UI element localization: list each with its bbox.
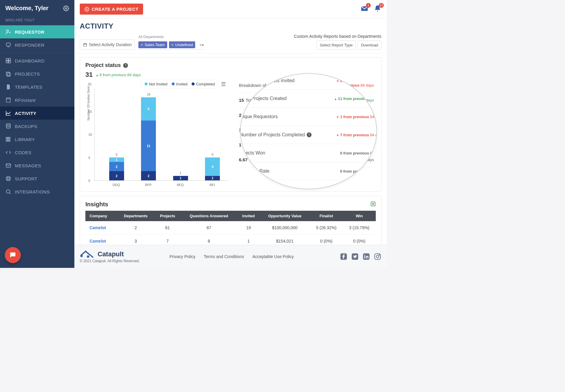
filters-row: Select Activity Duration All Departments… xyxy=(74,32,387,54)
x-category-label: DDQ xyxy=(107,183,125,187)
company-link[interactable]: Camelot xyxy=(90,239,106,243)
sidebar-item-label: INTEGRATIONS xyxy=(15,189,50,194)
sidebar-item-label: REQUESTOR xyxy=(15,29,44,35)
legend-item: Completed xyxy=(192,82,215,86)
departments-label: All Departments xyxy=(138,35,204,39)
linkedin-icon[interactable] xyxy=(362,253,370,260)
bar-group: 145 xyxy=(204,157,221,181)
stat-label: Unique Requestors xyxy=(240,114,278,119)
plus-circle-icon xyxy=(84,7,89,12)
x-category-label: RFQ xyxy=(171,183,189,187)
link-aup[interactable]: Acceptable Use Policy xyxy=(252,254,294,259)
sidebar-item-label: ACTIVITY xyxy=(15,111,36,116)
help-icon[interactable]: ? xyxy=(123,63,128,68)
project-status-delta: 9 from previous 84 days xyxy=(96,73,141,77)
table-header: Projects xyxy=(154,211,181,221)
sidebar-item-label: RFInstant xyxy=(15,98,36,103)
x-category-label: RFP xyxy=(139,183,157,187)
sidebar-item-codes[interactable]: CODES xyxy=(0,146,74,159)
create-project-button[interactable]: CREATE A PROJECT xyxy=(80,4,143,15)
svg-point-0 xyxy=(65,7,67,9)
y-tick: 0 xyxy=(88,179,90,182)
sidebar-item-support[interactable]: SUPPORT xyxy=(0,172,74,185)
clear-chips-button[interactable]: ×▾ xyxy=(199,43,204,47)
sidebar-item-label: DASHBOARD xyxy=(15,58,45,63)
svg-point-33 xyxy=(87,255,89,258)
select-duration-label: Select Activity Duration xyxy=(89,42,132,47)
y-tick: 10 xyxy=(88,133,92,136)
instagram-icon[interactable] xyxy=(374,253,381,260)
stat-number: 2 xyxy=(239,113,241,118)
svg-rect-37 xyxy=(364,256,365,258)
twitter-icon[interactable] xyxy=(351,253,359,260)
user-check-icon xyxy=(5,29,11,35)
table-header: Opportunity Value xyxy=(260,211,310,221)
stat-row: 15 Total Projects Created 11 from previo… xyxy=(240,90,377,108)
stat-row: 1 Projects Won 0 from previous 84 days xyxy=(240,144,377,162)
stat-left: 10 Number of Projects Completed? xyxy=(240,132,312,138)
sidebar-item-rfinstant[interactable]: RFInstant xyxy=(0,93,74,107)
legend-item: Invited xyxy=(172,82,187,86)
sidebar-item-dashboard[interactable]: DASHBOARD xyxy=(0,54,74,67)
export-xls-icon[interactable] xyxy=(370,201,376,208)
gear-icon[interactable] xyxy=(63,5,69,11)
svg-rect-6 xyxy=(9,61,11,63)
calendar-icon xyxy=(83,43,87,47)
mail-button[interactable]: 1 xyxy=(361,5,368,14)
sidebar-item-responder[interactable]: RESPONDER xyxy=(0,38,74,51)
chat-fab[interactable] xyxy=(5,247,21,263)
select-duration-button[interactable]: Select Activity Duration xyxy=(80,40,135,50)
book-icon xyxy=(5,97,11,103)
select-report-type-button[interactable]: Select Report Type xyxy=(317,40,356,50)
company-link[interactable]: Camelot xyxy=(90,225,106,230)
sidebar-item-library[interactable]: LIBRARY xyxy=(0,133,74,146)
bell-button[interactable]: 11 xyxy=(374,5,381,14)
insights-table: CompanyDepartmentsProjectsQuestions Answ… xyxy=(85,211,376,248)
svg-line-20 xyxy=(7,179,7,180)
bar-segment: 1 xyxy=(205,176,220,181)
folder-icon xyxy=(5,71,11,77)
svg-point-40 xyxy=(376,255,379,258)
nav: REQUESTORRESPONDERDASHBOARDPROJECTSTEMPL… xyxy=(0,25,74,198)
link-terms[interactable]: Terms and Conditions xyxy=(204,254,244,259)
table-header: Invited xyxy=(237,211,260,221)
sidebar-item-integrations[interactable]: INTEGRATIONS xyxy=(0,185,74,198)
svg-line-21 xyxy=(9,177,10,178)
chip-undefined[interactable]: ×Undefined xyxy=(169,41,195,48)
library-icon xyxy=(5,136,11,142)
chip-sales-team[interactable]: ×Sales Team xyxy=(138,41,167,48)
copyright: © 2021 Catapult. All Rights Reserved. xyxy=(80,259,140,263)
database-icon xyxy=(5,123,11,129)
y-tick: 15 xyxy=(88,110,92,113)
bar-total-label: 5 xyxy=(212,153,213,156)
bar-segment: 5 xyxy=(141,97,156,121)
svg-line-18 xyxy=(7,177,7,178)
project-status-chart: 20 Not InvitedInvitedCompleted ☰ Number … xyxy=(85,80,228,187)
table-header: Questions Answered xyxy=(181,211,237,221)
sidebar-item-templates[interactable]: TEMPLATES xyxy=(0,80,74,93)
svg-rect-13 xyxy=(8,137,9,141)
stat-label: Number of Projects Completed xyxy=(240,132,305,138)
sidebar-item-projects[interactable]: PROJECTS xyxy=(0,67,74,80)
stat-delta: 1 from previous 84 days xyxy=(336,115,377,119)
table-header: Company xyxy=(85,211,117,221)
sidebar-item-backups[interactable]: BACKUPS xyxy=(0,120,74,133)
dashboard-icon xyxy=(5,58,11,64)
ytick-20: 20 xyxy=(88,82,91,86)
bar-total-label: 5 xyxy=(116,153,118,156)
create-project-label: CREATE A PROJECT xyxy=(92,7,138,12)
sidebar-item-activity[interactable]: ACTIVITY xyxy=(0,107,74,120)
facebook-icon[interactable] xyxy=(340,253,348,260)
project-status-card: Project status ? 31 9 from previous 84 d… xyxy=(80,57,381,192)
insights-card: Insights CompanyDepartmentsProjectsQuest… xyxy=(80,196,381,248)
sidebar-item-requestor[interactable]: REQUESTOR xyxy=(0,25,74,38)
sidebar-item-messages[interactable]: MESSAGES xyxy=(0,159,74,172)
link-privacy[interactable]: Privacy Policy xyxy=(170,254,195,259)
chart-menu-icon[interactable]: ☰ xyxy=(221,81,226,88)
x-category-label: RFI xyxy=(203,183,221,187)
sidebar-item-label: RESPONDER xyxy=(15,43,45,48)
svg-rect-14 xyxy=(9,137,10,141)
download-button[interactable]: Download xyxy=(358,40,381,50)
sidebar-item-label: SUPPORT xyxy=(15,176,37,181)
help-icon[interactable]: ? xyxy=(307,132,312,137)
